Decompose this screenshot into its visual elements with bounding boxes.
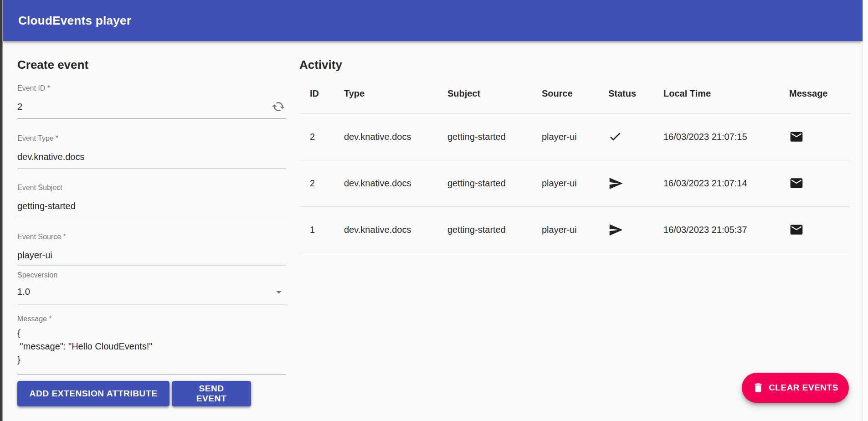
- send-event-button[interactable]: SEND EVENT: [172, 381, 251, 406]
- send-icon: [608, 222, 653, 237]
- check-icon: [608, 130, 653, 144]
- clear-events-label: CLEAR EVENTS: [769, 383, 838, 393]
- event-source-input[interactable]: player-ui: [17, 250, 286, 261]
- specversion-select[interactable]: Specversion 1.0: [17, 271, 286, 304]
- col-header-status: Status: [598, 74, 653, 113]
- cloudevents-player-app: CloudEvents player Create event Event ID…: [0, 0, 868, 421]
- message-textarea[interactable]: { "message": "Hello CloudEvents!" }: [17, 327, 286, 366]
- cell-subject: getting-started: [437, 160, 531, 206]
- cell-type: dev.knative.docs: [334, 206, 437, 253]
- cell-type: dev.knative.docs: [334, 113, 437, 160]
- cell-source: player-ui: [531, 206, 598, 253]
- regenerate-id-icon[interactable]: [272, 100, 285, 115]
- chevron-down-icon[interactable]: [272, 286, 285, 300]
- message-cell[interactable]: [779, 160, 850, 206]
- app-bar: CloudEvents player: [3, 0, 863, 41]
- cell-source: player-ui: [531, 113, 598, 160]
- cell-local-time: 16/03/2023 21:07:15: [653, 113, 779, 160]
- event-subject-label: Event Subject: [17, 184, 286, 192]
- cell-id: 2: [299, 160, 334, 206]
- cell-subject: getting-started: [437, 113, 531, 160]
- app-title: CloudEvents player: [18, 14, 131, 28]
- table-header-row: ID Type Subject Source Status Local Time…: [299, 74, 850, 113]
- col-header-id: ID: [299, 74, 334, 113]
- status-cell: [598, 206, 653, 253]
- cell-id: 1: [299, 206, 334, 253]
- message-cell[interactable]: [779, 113, 850, 160]
- mail-icon[interactable]: [789, 176, 850, 190]
- trash-icon: [752, 382, 764, 394]
- col-header-source: Source: [531, 74, 598, 113]
- message-cell[interactable]: [779, 206, 850, 253]
- cell-id: 2: [299, 113, 334, 160]
- activity-table: ID Type Subject Source Status Local Time…: [299, 74, 850, 253]
- specversion-label: Specversion: [17, 271, 286, 279]
- form-actions: ADD EXTENSION ATTRIBUTE SEND EVENT: [17, 381, 251, 406]
- window-left-edge: [0, 0, 3, 421]
- mail-icon[interactable]: [789, 222, 850, 237]
- cell-subject: getting-started: [437, 206, 531, 253]
- cell-type: dev.knative.docs: [334, 160, 437, 206]
- cell-source: player-ui: [531, 160, 598, 206]
- event-type-field[interactable]: Event Type * dev.knative.docs: [17, 134, 286, 169]
- create-event-heading: Create event: [17, 58, 88, 72]
- table-row: 2 dev.knative.docs getting-started playe…: [299, 160, 850, 206]
- event-id-label: Event ID *: [17, 84, 286, 92]
- cell-local-time: 16/03/2023 21:07:14: [653, 160, 779, 206]
- clear-events-button[interactable]: CLEAR EVENTS: [742, 373, 849, 403]
- message-field[interactable]: Message * { "message": "Hello CloudEvent…: [17, 315, 286, 375]
- event-source-field[interactable]: Event Source * player-ui: [17, 233, 286, 266]
- vertical-scrollbar[interactable]: [863, 0, 868, 421]
- col-header-message: Message: [779, 74, 850, 113]
- event-subject-field[interactable]: Event Subject getting-started: [17, 184, 286, 218]
- col-header-local-time: Local Time: [653, 74, 779, 113]
- send-icon: [608, 176, 653, 191]
- message-label: Message *: [17, 315, 286, 323]
- event-id-field[interactable]: Event ID * 2: [17, 84, 286, 119]
- col-header-subject: Subject: [437, 74, 531, 113]
- status-cell: [598, 160, 653, 206]
- table-row: 2 dev.knative.docs getting-started playe…: [299, 113, 850, 160]
- event-source-label: Event Source *: [17, 233, 286, 241]
- event-type-input[interactable]: dev.knative.docs: [17, 151, 286, 162]
- activity-heading: Activity: [299, 58, 342, 72]
- table-row: 1 dev.knative.docs getting-started playe…: [299, 206, 850, 253]
- event-id-input[interactable]: 2: [17, 101, 286, 112]
- event-subject-input[interactable]: getting-started: [17, 200, 286, 211]
- cell-local-time: 16/03/2023 21:05:37: [653, 206, 779, 253]
- event-type-label: Event Type *: [17, 134, 286, 143]
- col-header-type: Type: [334, 74, 437, 113]
- specversion-value[interactable]: 1.0: [17, 286, 286, 297]
- add-extension-attribute-button[interactable]: ADD EXTENSION ATTRIBUTE: [17, 381, 169, 406]
- mail-icon[interactable]: [789, 129, 850, 144]
- status-cell: [598, 113, 653, 160]
